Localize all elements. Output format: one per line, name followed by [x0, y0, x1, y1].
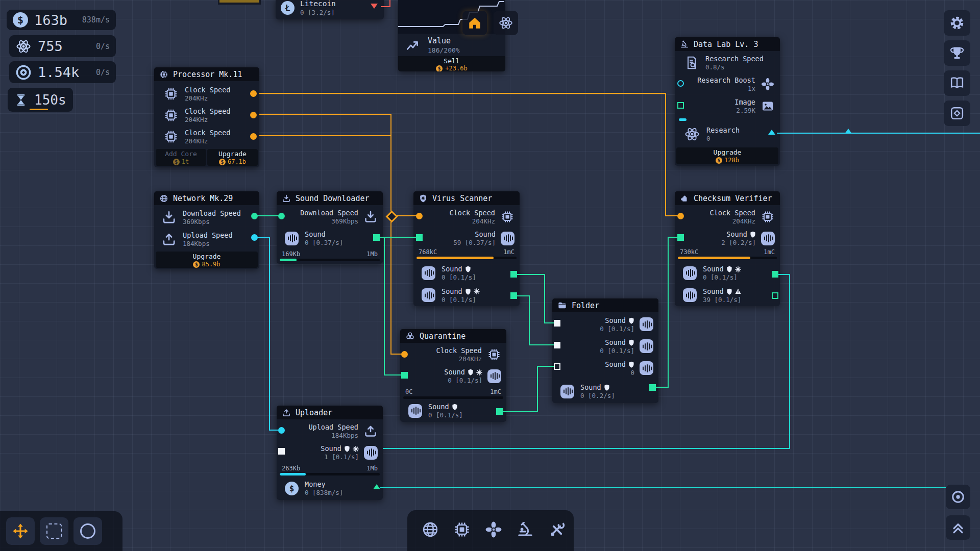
- sound-out1-row: Sound 0 [0.1/s]: [675, 262, 780, 284]
- port-vs-sound-out-2[interactable]: [510, 292, 517, 299]
- sell-price: +23.6b: [445, 65, 467, 71]
- row-label: Image: [734, 98, 755, 107]
- port-sounddl-sound-out[interactable]: [373, 234, 380, 241]
- wire-sounddl-virusscanner: [377, 237, 421, 238]
- points-rate: 0/s: [96, 68, 110, 77]
- build-cooling-button[interactable]: [481, 517, 506, 542]
- build-research-button[interactable]: [513, 517, 537, 542]
- checksum-header[interactable]: Checksum Verifier: [675, 191, 780, 205]
- sell-button[interactable]: Sell $ +23.6b: [398, 56, 505, 71]
- port-vs-clock-in[interactable]: [416, 213, 423, 219]
- home-icon: [467, 15, 482, 31]
- processor-header[interactable]: Processor Mk.11: [154, 67, 259, 81]
- chip-icon: [163, 108, 179, 123]
- node-quarantine[interactable]: Quarantine Clock Speed 204KHz Sound 0 [0…: [400, 329, 506, 422]
- chip-icon: [163, 129, 179, 144]
- port-uploader-speed-in[interactable]: [278, 427, 285, 434]
- row-label: Clock Speed: [185, 107, 230, 116]
- port-quarantine-clock-in[interactable]: [401, 351, 408, 358]
- port-datalab-image-in[interactable]: [677, 102, 684, 109]
- row-value: 0 [0.37/s]: [305, 239, 343, 246]
- port-quarantine-sound-out[interactable]: [496, 408, 503, 415]
- node-litecoin[interactable]: Ł Litecoin 0 [3.2/s]: [276, 0, 384, 19]
- port-folder-in-1[interactable]: [554, 320, 560, 327]
- uploader-header[interactable]: Uploader: [277, 406, 383, 419]
- port-network-upload-out[interactable]: [251, 234, 258, 241]
- port-checksum-clock-in[interactable]: [677, 213, 684, 219]
- quarantine-header[interactable]: Quarantine: [400, 329, 506, 343]
- sound-in1-row: Sound 0 [0.1/s]: [552, 313, 658, 335]
- node-data-lab[interactable]: Data Lab Lv. 3 Research Speed 0.8/s Rese…: [675, 37, 780, 166]
- processor-upgrade-button[interactable]: Upgrade $67.1b: [207, 149, 258, 166]
- node-processor[interactable]: Processor Mk.11 Clock Speed 204KHz Clock…: [154, 67, 259, 167]
- achievements-button[interactable]: [944, 40, 970, 66]
- port-datalab-research-out[interactable]: [768, 130, 775, 135]
- circle-select-tool-button[interactable]: [74, 517, 102, 545]
- build-tools-button[interactable]: [545, 517, 569, 542]
- row-value: 204KHz: [185, 137, 230, 145]
- data-lab-upgrade-button[interactable]: Upgrade $128b: [676, 147, 778, 164]
- globe-icon: [159, 194, 168, 203]
- row-value: 204KHz: [710, 217, 755, 225]
- folder-header[interactable]: Folder: [552, 298, 658, 312]
- node-sound-downloader[interactable]: Sound Downloader Download Speed 369Kbps …: [277, 191, 383, 264]
- port-sounddl-speed-in[interactable]: [278, 213, 285, 219]
- wire-litecoin-v: [389, 0, 390, 7]
- move-tool-button[interactable]: [6, 517, 35, 545]
- port-quarantine-sound-in[interactable]: [401, 372, 408, 379]
- center-view-button[interactable]: [946, 485, 970, 509]
- port-uploader-money-out[interactable]: [373, 484, 380, 489]
- processor-row-clock3: Clock Speed 204KHz: [154, 126, 259, 147]
- marquee-select-tool-button[interactable]: [40, 517, 68, 545]
- microscope-icon: [680, 40, 689, 49]
- litecoin-output-port[interactable]: [371, 4, 378, 9]
- port-folder-in-2[interactable]: [554, 342, 560, 348]
- wire-processor-branch-h1: [259, 114, 391, 115]
- add-core-button[interactable]: Add Core $1t: [156, 149, 206, 166]
- node-network[interactable]: Network Mk.29 Download Speed 369Kbps Upl…: [154, 191, 259, 269]
- sound-downloader-header[interactable]: Sound Downloader: [277, 191, 383, 205]
- folder-icon: [557, 300, 567, 310]
- collapse-all-button[interactable]: [946, 515, 970, 540]
- row-value: 0 [0.1/s]: [444, 377, 482, 384]
- node-virus-scanner[interactable]: Virus Scanner Clock Speed 204KHz Sound 5…: [413, 191, 520, 306]
- network-upgrade-button[interactable]: Upgrade $85.9b: [156, 252, 258, 268]
- network-header[interactable]: Network Mk.29: [154, 191, 259, 205]
- port-folder-in-3[interactable]: [554, 363, 560, 370]
- port-checksum-sound-out-1[interactable]: [772, 271, 778, 278]
- port-datalab-boost-in[interactable]: [677, 80, 684, 87]
- port-checksum-sound-in[interactable]: [677, 234, 684, 241]
- sound-icon: [761, 232, 775, 245]
- badge-button[interactable]: [944, 101, 970, 126]
- virus-scanner-header[interactable]: Virus Scanner: [413, 191, 520, 205]
- settings-button[interactable]: [944, 10, 970, 36]
- port-processor-clock-out-3[interactable]: [250, 133, 257, 140]
- port-network-download-out[interactable]: [251, 213, 258, 219]
- node-graph-canvas[interactable]: Ł Litecoin 0 [3.2/s] Value 186/200% Sell…: [0, 0, 980, 551]
- research-row: Research 0: [675, 123, 780, 145]
- node-checksum-verifier[interactable]: Checksum Verifier Clock Speed 204KHz Sou…: [675, 191, 780, 306]
- cap-current: 169Kb: [282, 251, 300, 258]
- data-lab-header[interactable]: Data Lab Lv. 3: [675, 37, 780, 51]
- shield-badge-icon: [628, 361, 634, 368]
- node-uploader[interactable]: Uploader Upload Speed 184Kbps Sound 1 [0…: [277, 406, 383, 500]
- sound-icon: [640, 317, 653, 331]
- build-network-button[interactable]: [418, 517, 443, 542]
- build-processor-button[interactable]: [450, 517, 474, 542]
- port-vs-sound-in[interactable]: [416, 234, 423, 241]
- port-vs-sound-out-1[interactable]: [510, 271, 517, 278]
- sound-in-row: Sound 0 [0.1/s]: [400, 365, 506, 387]
- home-button[interactable]: [462, 11, 487, 35]
- port-folder-out[interactable]: [649, 384, 656, 391]
- port-processor-clock-out-2[interactable]: [250, 112, 257, 118]
- node-folder[interactable]: Folder Sound 0 [0.1/s] Sound 0 [0.1/s] S…: [552, 298, 658, 403]
- port-uploader-sound-in[interactable]: [278, 448, 285, 455]
- row-value: 2 [0.2/s]: [721, 239, 756, 246]
- physics-button[interactable]: [494, 11, 518, 35]
- encyclopedia-button[interactable]: [944, 70, 970, 96]
- capacity-bar: [280, 473, 380, 475]
- book-icon: [949, 75, 965, 91]
- node-value[interactable]: Value 186/200% Sell $ +23.6b: [398, 0, 505, 71]
- port-processor-clock-out-1[interactable]: [250, 90, 257, 97]
- port-checksum-sound-out-2[interactable]: [772, 292, 778, 299]
